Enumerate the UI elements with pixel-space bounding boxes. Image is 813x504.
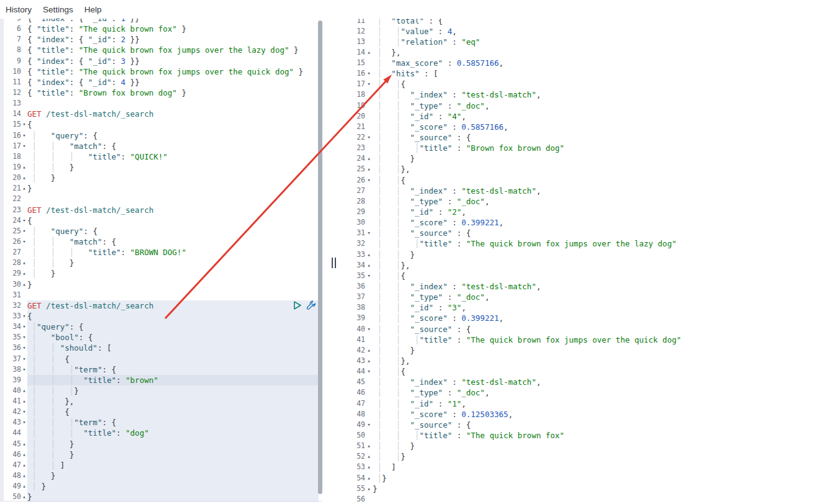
panel-resize-handle[interactable] [332, 258, 336, 268]
code-line-29[interactable]: 29 │ │ "_id" : "2", [345, 207, 813, 217]
code-line-34[interactable]: 34▴ │ │}, [345, 260, 813, 271]
code-line-42[interactable]: 42▴ │ │ } [345, 345, 813, 356]
code-line-41[interactable]: 41▴ │ │ }, [4, 396, 319, 407]
code-line-47[interactable]: 47 │ │ "_id" : "1", [345, 398, 813, 409]
code-line-5[interactable]: 5{ "index": { "_id": 1 }} [4, 19, 319, 24]
fold-close-icon[interactable]: ▴ [21, 439, 27, 449]
fold-open-icon[interactable]: ▾ [21, 417, 27, 428]
code-line-28[interactable]: 28 │ │ "_type" : "_doc", [345, 196, 813, 207]
fold-close-icon[interactable]: ▴ [21, 385, 27, 396]
code-line-26[interactable]: 26▾ │ │{ [345, 175, 813, 186]
fold-open-icon[interactable]: ▾ [21, 119, 27, 130]
fold-close-icon[interactable]: ▴ [365, 356, 373, 366]
code-line-6[interactable]: 6{ "title": "The quick brown fox" } [4, 24, 319, 34]
code-line-24[interactable]: 24▾{ [4, 215, 319, 226]
code-line-21[interactable]: 21▴} [4, 183, 319, 194]
fold-close-icon[interactable]: ▴ [365, 441, 373, 451]
code-line-7[interactable]: 7{ "index": { "_id": 2 }} [4, 34, 319, 45]
code-line-45[interactable]: 45 │ │ "_index" : "test-dsl-match", [345, 377, 813, 387]
fold-close-icon[interactable]: ▴ [365, 473, 373, 484]
code-line-12[interactable]: 12{ "title": "Brown fox brown dog" } [4, 88, 319, 98]
code-line-50[interactable]: 50 │ │ │"title" : "The quick brown fox" [345, 430, 813, 441]
fold-open-icon[interactable]: ▾ [21, 354, 27, 364]
code-line-26[interactable]: 26▾ │ │ "match": { [4, 236, 319, 247]
code-line-16[interactable]: 16▾ │ "hits" : [ [345, 68, 813, 79]
code-line-18[interactable]: 18 │ │ "_index" : "test-dsl-match", [345, 89, 813, 100]
menu-item-help[interactable]: Help [84, 5, 102, 14]
fold-open-icon[interactable]: ▾ [365, 228, 373, 238]
fold-open-icon[interactable]: ▾ [21, 407, 27, 417]
fold-open-icon[interactable]: ▾ [21, 311, 27, 322]
fold-close-icon[interactable]: ▴ [365, 462, 373, 472]
code-line-11[interactable]: 11{ "index": { "_id": 4 }} [4, 77, 319, 88]
code-line-12[interactable]: 12 │ │"value" : 4, [345, 26, 813, 37]
code-line-15[interactable]: 15▾{ [4, 119, 319, 130]
code-line-23[interactable]: 23 │ │ │"title" : "Brown fox brown dog" [345, 143, 813, 153]
fold-close-icon[interactable]: ▴ [21, 470, 27, 481]
menu-item-history[interactable]: History [6, 5, 32, 14]
code-line-30[interactable]: 30▴} [4, 279, 319, 290]
code-line-17[interactable]: 17▾ │ │{ [345, 79, 813, 89]
code-line-25[interactable]: 25▴ │ │}, [345, 164, 813, 174]
code-line-38[interactable]: 38▾ │ │ │"term": { [4, 364, 319, 375]
code-line-30[interactable]: 30 │ │ "_score" : 0.399221, [345, 217, 813, 228]
code-line-22[interactable]: 22 [4, 194, 319, 204]
code-line-35[interactable]: 35▾ │ │{ [345, 271, 813, 281]
fold-close-icon[interactable]: ▴ [365, 484, 373, 494]
fold-close-icon[interactable]: ▴ [21, 460, 27, 470]
fold-open-icon[interactable]: ▾ [365, 271, 373, 281]
code-line-32[interactable]: 32GET /test-dsl-match/_search [4, 300, 319, 311]
code-line-41[interactable]: 41 │ │ │"title" : "The quick brown fox j… [345, 335, 813, 345]
fold-close-icon[interactable]: ▴ [365, 451, 373, 462]
code-line-48[interactable]: 48▴ │ } [4, 470, 319, 481]
fold-close-icon[interactable]: ▴ [21, 268, 27, 279]
code-line-36[interactable]: 36 │ │ "_index" : "test-dsl-match", [345, 281, 813, 292]
code-line-46[interactable]: 46 │ │ "_type" : "_doc", [345, 387, 813, 398]
code-line-32[interactable]: 32 │ │ │"title" : "The quick brown fox j… [345, 238, 813, 249]
code-line-19[interactable]: 19 │ │ "_type" : "_doc", [345, 101, 813, 111]
fold-close-icon[interactable]: ▴ [21, 162, 27, 173]
menu-item-settings[interactable]: Settings [43, 5, 73, 14]
code-line-27[interactable]: 27 │ │ "_index" : "test-dsl-match", [345, 186, 813, 196]
fold-open-icon[interactable]: ▾ [21, 215, 27, 226]
code-line-48[interactable]: 48 │ │ "_score" : 0.12503365, [345, 409, 813, 420]
code-line-10[interactable]: 10{ "title": "The quick brown fox jumps … [4, 66, 319, 77]
fold-open-icon[interactable]: ▾ [365, 79, 373, 89]
fold-close-icon[interactable]: ▴ [365, 250, 373, 260]
fold-close-icon[interactable]: ▴ [365, 153, 373, 164]
code-line-45[interactable]: 45▴ │ │ } [4, 439, 319, 449]
code-line-55[interactable]: 55▴} [345, 484, 813, 494]
code-line-52[interactable]: 52▴ │ │} [345, 451, 813, 462]
code-line-51[interactable]: 51▴ │ │ } [345, 441, 813, 451]
fold-open-icon[interactable]: ▾ [365, 420, 373, 430]
code-line-24[interactable]: 24▴ │ │ } [345, 153, 813, 164]
fold-close-icon[interactable]: ▴ [365, 345, 373, 356]
code-line-43[interactable]: 43▴ │ │}, [345, 356, 813, 366]
code-line-56[interactable]: 56 [345, 494, 813, 504]
code-line-49[interactable]: 49▾ │ │ "_source" : { [345, 420, 813, 430]
fold-open-icon[interactable]: ▾ [365, 132, 373, 143]
fold-close-icon[interactable]: ▴ [21, 449, 27, 460]
wrench-icon[interactable] [306, 300, 316, 310]
code-line-33[interactable]: 33▾{ [4, 311, 319, 322]
code-line-13[interactable]: 13 │ │"relation" : "eq" [345, 37, 813, 47]
fold-open-icon[interactable]: ▾ [21, 226, 27, 236]
code-line-9[interactable]: 9{ "index": { "_id": 3 }} [4, 56, 319, 66]
fold-open-icon[interactable]: ▾ [21, 364, 27, 375]
code-line-43[interactable]: 43▾ │ │ │"term": { [4, 417, 319, 428]
code-line-39[interactable]: 39 │ │ "_score" : 0.399221, [345, 313, 813, 323]
fold-open-icon[interactable]: ▾ [365, 175, 373, 186]
code-line-39[interactable]: 39 │ │ │ "title": "brown" [4, 375, 319, 385]
fold-open-icon[interactable]: ▾ [365, 324, 373, 335]
fold-close-icon[interactable]: ▴ [365, 260, 373, 271]
code-line-19[interactable]: 19▴ │ │ } [4, 162, 319, 173]
code-line-8[interactable]: 8{ "title": "The quick brown fox jumps o… [4, 45, 319, 55]
fold-open-icon[interactable]: ▾ [21, 236, 27, 247]
code-line-18[interactable]: 18 │ │ │ "title": "QUICK!" [4, 151, 319, 162]
code-line-40[interactable]: 40▾ │ │ "_source" : { [345, 324, 813, 335]
code-line-11[interactable]: 11 │ "total" : { [345, 19, 813, 26]
fold-open-icon[interactable]: ▾ [21, 130, 27, 141]
fold-open-icon[interactable]: ▾ [365, 366, 373, 377]
code-line-44[interactable]: 44 │ │ │ "title": "dog" [4, 428, 319, 438]
code-line-23[interactable]: 23GET /test-dsl-match/_search [4, 205, 319, 215]
